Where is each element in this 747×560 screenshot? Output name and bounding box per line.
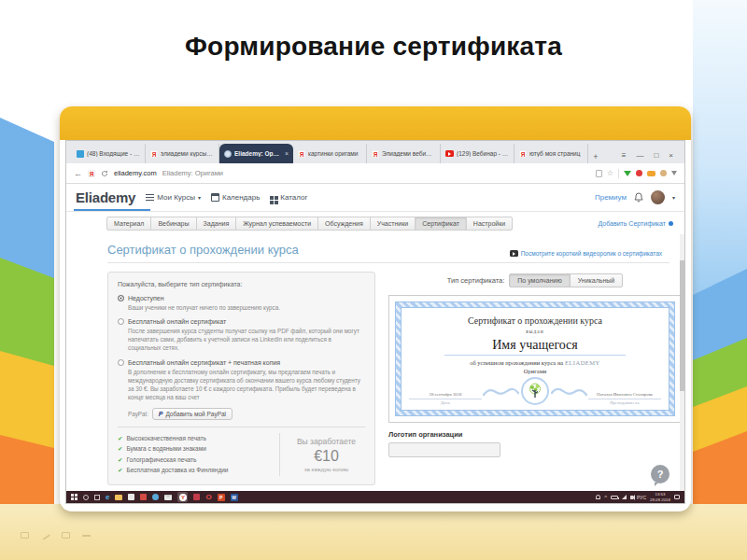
- certificate-course-name: Оригами: [409, 368, 661, 374]
- tab-discussions[interactable]: Обсуждения: [317, 217, 371, 231]
- radio-icon[interactable]: [118, 359, 124, 366]
- word-icon[interactable]: W: [231, 494, 238, 501]
- radio-icon[interactable]: [118, 318, 124, 325]
- video-icon: [510, 250, 518, 257]
- browser-tab-webinar-search[interactable]: Я Элиадеми вебинар: [367, 144, 441, 163]
- globe-favicon: [224, 150, 232, 158]
- red-app-icon[interactable]: [140, 494, 147, 500]
- file-explorer-icon[interactable]: [115, 495, 122, 500]
- nav-calendar[interactable]: Календарь: [211, 193, 260, 202]
- user-avatar[interactable]: [651, 190, 665, 204]
- tab-webinars[interactable]: Вебинары: [150, 217, 196, 231]
- browser-tab-eliademy-active[interactable]: Eliademy: Орига... ×: [219, 144, 293, 163]
- tab-settings[interactable]: Настройки: [466, 217, 513, 231]
- card-yellow-header: [60, 106, 691, 140]
- minimize-button[interactable]: —: [636, 151, 643, 160]
- account-chevron-icon[interactable]: ▾: [672, 194, 675, 201]
- scrollbar-thumb[interactable]: [680, 260, 684, 391]
- store-icon[interactable]: [128, 494, 134, 500]
- feature-item: ✔Бумага с водяными знаками: [118, 443, 279, 454]
- option-unavailable[interactable]: Недоступен: [118, 295, 365, 301]
- yandex-browser-icon[interactable]: Y: [177, 492, 188, 502]
- browser-tab-youtube-page[interactable]: Я ютуб моя страниц: [514, 144, 588, 163]
- check-icon: ✔: [118, 465, 122, 475]
- tab-gradebook[interactable]: Журнал успеваемости: [235, 217, 318, 231]
- tab-certificate[interactable]: Сертификат: [415, 217, 467, 231]
- tab-material[interactable]: Материал: [106, 217, 151, 231]
- logo-upload-field[interactable]: [388, 442, 500, 457]
- feature-item: ✔Голографическая печать: [118, 455, 279, 465]
- tray-chevron-icon[interactable]: ^: [604, 495, 607, 500]
- type-unique-button[interactable]: Уникальный: [570, 273, 624, 287]
- new-tab-button[interactable]: +: [588, 152, 603, 163]
- tan-extension-icon[interactable]: [660, 170, 667, 176]
- battery-icon[interactable]: [611, 496, 618, 499]
- type-default-button[interactable]: По умолчанию: [509, 273, 570, 287]
- speaker-icon[interactable]: [630, 496, 633, 499]
- yandex-favicon: Я: [519, 150, 527, 158]
- tab-tasks[interactable]: Задания: [196, 217, 237, 231]
- powerpoint-icon[interactable]: P: [218, 494, 225, 501]
- option-free-online[interactable]: Бесплатный онлайн сертификат: [118, 318, 365, 325]
- add-paypal-button[interactable]: P Добавить мой PayPal: [152, 408, 233, 420]
- network-icon[interactable]: [622, 495, 627, 499]
- yandex-favicon: Я: [298, 150, 305, 158]
- clock[interactable]: 13:53 28.09.2018: [650, 492, 670, 501]
- record-extension-icon[interactable]: [636, 170, 642, 176]
- calendar-icon: [211, 193, 219, 202]
- course-tab-bar: Материал Вебинары Задания Журнал успевае…: [66, 212, 684, 234]
- browser-tab-pictures[interactable]: Я картинки оригами: [293, 144, 367, 163]
- people-icon[interactable]: [596, 495, 600, 499]
- bookmark-star-icon[interactable]: ☆: [607, 169, 613, 177]
- maximize-button[interactable]: □: [654, 151, 658, 160]
- nav-catalog[interactable]: Каталог: [270, 193, 307, 202]
- yandex-icon[interactable]: Я: [88, 170, 95, 177]
- page-scrollbar[interactable]: [680, 234, 684, 491]
- language-indicator[interactable]: РУС: [637, 495, 646, 500]
- red-album-icon[interactable]: [193, 494, 200, 500]
- orange-extension-icon[interactable]: [647, 171, 655, 176]
- globe-app-icon[interactable]: [152, 494, 159, 500]
- edge-icon[interactable]: e: [106, 493, 109, 501]
- refresh-icon[interactable]: [101, 170, 108, 177]
- help-button[interactable]: ?: [651, 465, 669, 483]
- task-view-icon[interactable]: [94, 495, 100, 500]
- notifications-bell-icon[interactable]: [634, 192, 643, 203]
- slide-title: Формирование сертификата: [0, 32, 747, 62]
- certificate-title: Сертификат о прохождении курса: [409, 315, 661, 326]
- rainbow-band-right: [693, 0, 747, 560]
- search-icon[interactable]: [83, 495, 89, 500]
- panel-icon[interactable]: ≡: [622, 151, 627, 160]
- certificate-options-panel: Пожалуйста, выберите тип сертификата: Не…: [107, 272, 375, 485]
- tab-participants[interactable]: Участники: [370, 217, 416, 231]
- opera-icon[interactable]: O: [205, 493, 211, 501]
- window-controls: ≡ — □ ×: [622, 151, 679, 163]
- tab-close-icon[interactable]: ×: [283, 150, 289, 157]
- nav-my-courses[interactable]: Мои Курсы ▾: [146, 193, 201, 202]
- browser-tab-courses[interactable]: Я элиадеми курсы —: [146, 144, 219, 163]
- browser-tab-youtube[interactable]: (129) Вебинар - Elia: [441, 144, 514, 163]
- download-extension-icon[interactable]: [624, 171, 631, 176]
- certificate-preview: Сертификат о прохождении курса выдан Имя…: [388, 295, 682, 423]
- downloads-icon[interactable]: [671, 171, 677, 175]
- paypal-prefix: PayPal:: [128, 411, 148, 417]
- feature-item: ✔Бесплатная доставка из Финляндии: [118, 465, 279, 475]
- reader-mode-icon[interactable]: [596, 170, 602, 177]
- url-domain[interactable]: eliademy.com: [114, 169, 157, 177]
- option-printed-copy[interactable]: Бесплатный онлайн сертификат + печатная …: [118, 359, 365, 366]
- rainbow-band-left: [0, 0, 54, 560]
- certificate-date-block: 28 сентября 2018 Дата: [409, 392, 482, 405]
- back-icon[interactable]: ←: [74, 169, 82, 178]
- certificate-ornamental-frame: Сертификат о прохождении курса выдан Имя…: [395, 301, 675, 416]
- eliademy-logo[interactable]: Eliademy: [76, 189, 135, 205]
- mail-app-icon[interactable]: [164, 495, 172, 500]
- action-center-icon[interactable]: [674, 495, 680, 499]
- start-button[interactable]: [71, 494, 78, 500]
- watch-video-link[interactable]: Посмотрите короткий видеоролик о сертифи…: [510, 250, 669, 257]
- premium-link[interactable]: Премиум: [595, 193, 627, 202]
- check-icon: ✔: [118, 433, 122, 443]
- add-certificate-link[interactable]: Добавить Сертификат: [598, 220, 673, 227]
- close-button[interactable]: ×: [669, 151, 673, 160]
- browser-tab-inbox[interactable]: (48) Входящие - По: [72, 144, 146, 163]
- radio-selected-icon[interactable]: [118, 295, 124, 301]
